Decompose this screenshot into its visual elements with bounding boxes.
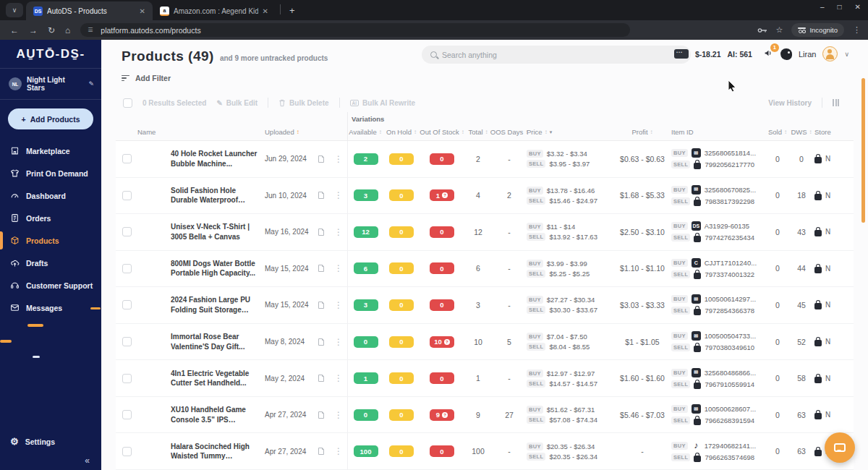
note-button[interactable]	[312, 251, 330, 287]
note-button[interactable]	[312, 287, 330, 323]
table-row[interactable]: 2024 Fashion Large PU Folding Suit Stora…	[116, 287, 854, 324]
sidebar-item-dashboard[interactable]: Dashboard	[0, 184, 101, 207]
col-total[interactable]: Total↕	[464, 128, 492, 136]
row-checkbox[interactable]	[122, 191, 132, 200]
chevron-down-icon[interactable]: ∨	[844, 51, 849, 58]
product-name[interactable]: 2024 Fashion Large PU Folding Suit Stora…	[171, 295, 265, 315]
sidebar-item-messages[interactable]: Messages	[0, 296, 101, 319]
row-checkbox[interactable]	[122, 374, 132, 383]
info-icon[interactable]: ?	[444, 339, 450, 345]
close-window-button[interactable]: ✕	[855, 3, 861, 11]
buy-item-id[interactable]: 325680651814...	[705, 149, 756, 157]
sidebar-item-orders[interactable]: Orders	[0, 207, 101, 229]
mascot-icon[interactable]	[780, 48, 792, 60]
note-button[interactable]	[312, 397, 330, 433]
reload-button[interactable]: ↻	[48, 25, 55, 35]
row-checkbox[interactable]	[122, 264, 132, 273]
new-tab-button[interactable]: +	[289, 5, 295, 16]
collapse-sidebar-button[interactable]: «	[85, 456, 90, 466]
col-out-of-stock[interactable]: Out Of Stock↕	[420, 128, 464, 136]
search-bar[interactable]	[422, 46, 691, 64]
col-oos-days[interactable]: OOS Days↕	[492, 128, 527, 136]
table-row[interactable]: 4In1 Electric Vegetable Cutter Set Handh…	[116, 360, 854, 397]
col-sold[interactable]: Sold↕	[767, 128, 788, 136]
col-price[interactable]: Price↕▾	[527, 128, 613, 136]
sell-item-id[interactable]: 7992056217770	[705, 161, 754, 168]
row-menu-icon[interactable]: ⋮	[330, 190, 347, 200]
row-menu-icon[interactable]: ⋮	[330, 227, 347, 237]
select-all-checkbox[interactable]	[123, 98, 132, 108]
buy-item-id[interactable]: CJJT17101240...	[705, 259, 757, 267]
view-history-button[interactable]: View History	[768, 99, 812, 107]
sell-item-id[interactable]: 7974276235434	[705, 234, 754, 242]
row-menu-icon[interactable]: ⋮	[330, 337, 347, 347]
table-row[interactable]: Solid Fashion Hole Durable Waterproof Be…	[116, 178, 854, 215]
info-icon[interactable]: ?	[442, 192, 448, 198]
add-filter-button[interactable]: Add Filter	[122, 74, 171, 82]
table-row[interactable]: 800MI Dogs Water Bottle Portable High Ca…	[116, 251, 854, 288]
bulk-ai-rewrite-button[interactable]: AI Bulk AI Rewrite	[350, 99, 415, 107]
product-name[interactable]: Halara Socinched High Waisted Tummy Cont…	[171, 442, 265, 461]
tab-list-button[interactable]: ∨	[6, 3, 23, 17]
close-tab-icon[interactable]: ✕	[263, 7, 268, 15]
row-menu-icon[interactable]: ⋮	[330, 300, 347, 310]
columns-icon[interactable]	[833, 99, 839, 106]
avatar[interactable]	[822, 46, 838, 61]
sell-item-id[interactable]: 7973374001322	[705, 270, 754, 278]
buy-item-id[interactable]: 325680486866...	[705, 369, 756, 377]
search-input[interactable]	[442, 51, 659, 59]
table-row[interactable]: Halara Socinched High Waisted Tummy Cont…	[116, 433, 854, 470]
sidebar-item-settings[interactable]: ⚙ Settings	[0, 436, 101, 447]
site-settings-icon[interactable]: ☰	[88, 27, 95, 33]
home-button[interactable]: ⌂	[65, 25, 70, 35]
add-products-button[interactable]: + Add Products	[8, 108, 93, 129]
product-name[interactable]: Unisex V-Neck T-Shirt | 3005 Bella + Can…	[171, 222, 265, 242]
row-checkbox[interactable]	[122, 410, 132, 419]
table-row[interactable]: XU10 Handheld Game Console 3.5" IPS Scre…	[116, 397, 854, 434]
close-tab-icon[interactable]: ✕	[140, 7, 145, 15]
table-row[interactable]: 40 Hole Rocket Launcher Bubble Machine..…	[116, 141, 854, 178]
buy-item-id[interactable]: 100500504733...	[705, 332, 756, 340]
maximize-button[interactable]: □	[838, 3, 842, 11]
sell-item-id[interactable]: 7983817392298	[705, 197, 754, 205]
note-button[interactable]	[312, 141, 330, 177]
back-button[interactable]: ←	[10, 25, 19, 35]
sidebar-item-drafts[interactable]: Drafts	[0, 252, 101, 274]
note-button[interactable]	[312, 433, 330, 469]
row-checkbox[interactable]	[122, 337, 132, 346]
wallet-icon[interactable]	[674, 49, 689, 59]
product-name[interactable]: 40 Hole Rocket Launcher Bubble Machine..…	[171, 149, 265, 168]
row-checkbox[interactable]	[122, 227, 132, 236]
col-dws[interactable]: DWS↕	[788, 128, 814, 136]
col-profit[interactable]: Profit↕	[613, 128, 671, 136]
password-key-icon[interactable]	[757, 27, 767, 34]
product-name[interactable]: XU10 Handheld Game Console 3.5" IPS Scre…	[171, 405, 265, 424]
buy-item-id[interactable]: A31929-60135	[705, 222, 749, 230]
scrollbar[interactable]	[861, 78, 865, 223]
row-menu-icon[interactable]: ⋮	[330, 410, 347, 420]
note-button[interactable]	[312, 178, 330, 214]
table-row[interactable]: Immortal Rose Bear Valentine'S Day Gift.…	[116, 324, 854, 361]
bulk-edit-button[interactable]: ✎ Bulk Edit	[216, 99, 258, 107]
table-row[interactable]: Unisex V-Neck T-Shirt | 3005 Bella + Can…	[116, 214, 854, 251]
sell-item-id[interactable]: 7966263574698	[705, 453, 754, 461]
buy-item-id[interactable]: 100500628607...	[705, 405, 756, 413]
tab-autods[interactable]: DS AutoDS - Products ✕	[26, 1, 153, 20]
tab-amazon[interactable]: a Amazon.com : Aegend Kids Sw ✕	[153, 1, 276, 20]
sidebar-item-products[interactable]: Products	[0, 229, 101, 252]
bookmark-star-icon[interactable]: ☆	[776, 25, 783, 35]
row-checkbox[interactable]	[122, 447, 132, 456]
row-checkbox[interactable]	[122, 154, 132, 163]
product-name[interactable]: 800MI Dogs Water Bottle Portable High Ca…	[171, 259, 265, 278]
sidebar-item-print-on-demand[interactable]: Print On Demand	[0, 162, 101, 184]
product-name[interactable]: Immortal Rose Bear Valentine'S Day Gift.…	[171, 332, 265, 351]
col-on-hold[interactable]: On Hold↕	[383, 128, 420, 136]
announcements-button[interactable]: 1	[763, 48, 774, 61]
chat-widget-button[interactable]	[825, 432, 855, 463]
col-uploaded[interactable]: Uploaded↕	[265, 128, 312, 136]
buy-item-id[interactable]: 172940682141...	[705, 442, 756, 450]
sell-item-id[interactable]: 7967910559914	[705, 380, 754, 388]
edit-store-icon[interactable]: ✎	[88, 80, 94, 87]
row-menu-icon[interactable]: ⋮	[330, 446, 347, 456]
note-button[interactable]	[312, 360, 330, 396]
